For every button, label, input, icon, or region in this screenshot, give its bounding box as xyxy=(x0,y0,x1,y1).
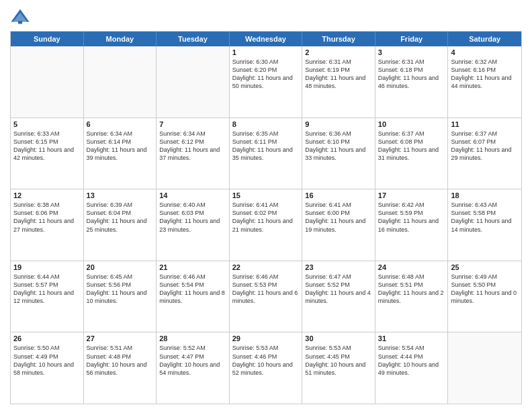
cell-info: Sunrise: 6:43 AM Sunset: 5:58 PM Dayligh… xyxy=(451,201,519,234)
header-day-sunday: Sunday xyxy=(11,32,84,46)
calendar-cell: 20Sunrise: 6:45 AM Sunset: 5:56 PM Dayli… xyxy=(84,261,157,332)
cell-info: Sunrise: 6:38 AM Sunset: 6:06 PM Dayligh… xyxy=(13,201,81,234)
cell-info: Sunrise: 6:47 AM Sunset: 5:52 PM Dayligh… xyxy=(305,273,372,306)
calendar-cell: 16Sunrise: 6:41 AM Sunset: 6:00 PM Dayli… xyxy=(302,189,375,261)
calendar-week-1: 1Sunrise: 6:30 AM Sunset: 6:20 PM Daylig… xyxy=(11,46,521,118)
cell-info: Sunrise: 6:36 AM Sunset: 6:10 PM Dayligh… xyxy=(305,130,372,163)
day-number: 23 xyxy=(305,263,372,271)
calendar-cell: 25Sunrise: 6:49 AM Sunset: 5:50 PM Dayli… xyxy=(448,261,521,332)
calendar-cell: 11Sunrise: 6:37 AM Sunset: 6:07 PM Dayli… xyxy=(448,118,521,189)
calendar-cell xyxy=(448,332,521,404)
calendar-cell xyxy=(84,46,157,118)
day-number: 31 xyxy=(378,334,445,342)
cell-info: Sunrise: 5:50 AM Sunset: 4:49 PM Dayligh… xyxy=(13,344,81,377)
cell-info: Sunrise: 6:44 AM Sunset: 5:57 PM Dayligh… xyxy=(13,273,81,306)
calendar-cell: 3Sunrise: 6:31 AM Sunset: 6:18 PM Daylig… xyxy=(375,46,449,118)
cell-info: Sunrise: 6:39 AM Sunset: 6:04 PM Dayligh… xyxy=(87,201,154,234)
calendar-cell: 30Sunrise: 5:53 AM Sunset: 4:45 PM Dayli… xyxy=(302,332,375,404)
cell-info: Sunrise: 6:34 AM Sunset: 6:12 PM Dayligh… xyxy=(159,130,226,163)
cell-info: Sunrise: 5:54 AM Sunset: 4:44 PM Dayligh… xyxy=(378,344,445,377)
calendar-week-4: 19Sunrise: 6:44 AM Sunset: 5:57 PM Dayli… xyxy=(11,261,521,333)
cell-info: Sunrise: 5:53 AM Sunset: 4:45 PM Dayligh… xyxy=(305,344,372,377)
day-number: 10 xyxy=(378,120,445,128)
day-number: 5 xyxy=(13,120,81,128)
cell-info: Sunrise: 6:37 AM Sunset: 6:07 PM Dayligh… xyxy=(451,130,519,163)
day-number: 27 xyxy=(87,334,154,342)
cell-info: Sunrise: 6:45 AM Sunset: 5:56 PM Dayligh… xyxy=(87,273,154,306)
day-number: 29 xyxy=(232,334,300,342)
calendar-cell xyxy=(157,46,230,118)
cell-info: Sunrise: 5:52 AM Sunset: 4:47 PM Dayligh… xyxy=(159,344,226,377)
cell-info: Sunrise: 6:30 AM Sunset: 6:20 PM Dayligh… xyxy=(232,58,300,91)
header-day-monday: Monday xyxy=(84,32,157,46)
header-day-wednesday: Wednesday xyxy=(230,32,303,46)
page: SundayMondayTuesdayWednesdayThursdayFrid… xyxy=(0,0,532,411)
calendar-cell: 5Sunrise: 6:33 AM Sunset: 6:15 PM Daylig… xyxy=(11,118,84,189)
calendar-cell: 12Sunrise: 6:38 AM Sunset: 6:06 PM Dayli… xyxy=(11,189,84,261)
calendar-cell: 14Sunrise: 6:40 AM Sunset: 6:03 PM Dayli… xyxy=(157,189,230,261)
day-number: 21 xyxy=(159,263,226,271)
calendar-cell: 9Sunrise: 6:36 AM Sunset: 6:10 PM Daylig… xyxy=(302,118,375,189)
day-number: 24 xyxy=(378,263,445,271)
day-number: 26 xyxy=(13,334,81,342)
calendar-cell: 17Sunrise: 6:42 AM Sunset: 5:59 PM Dayli… xyxy=(375,189,449,261)
calendar-cell: 27Sunrise: 5:51 AM Sunset: 4:48 PM Dayli… xyxy=(84,332,157,404)
calendar-cell: 6Sunrise: 6:34 AM Sunset: 6:14 PM Daylig… xyxy=(84,118,157,189)
day-number: 18 xyxy=(451,191,519,199)
day-number: 8 xyxy=(232,120,300,128)
cell-info: Sunrise: 6:46 AM Sunset: 5:54 PM Dayligh… xyxy=(159,273,226,306)
calendar-header: SundayMondayTuesdayWednesdayThursdayFrid… xyxy=(11,32,521,46)
day-number: 20 xyxy=(87,263,154,271)
day-number: 12 xyxy=(13,191,81,199)
calendar-cell: 7Sunrise: 6:34 AM Sunset: 6:12 PM Daylig… xyxy=(157,118,230,189)
calendar-cell: 13Sunrise: 6:39 AM Sunset: 6:04 PM Dayli… xyxy=(84,189,157,261)
cell-info: Sunrise: 6:37 AM Sunset: 6:08 PM Dayligh… xyxy=(378,130,445,163)
calendar-cell: 21Sunrise: 6:46 AM Sunset: 5:54 PM Dayli… xyxy=(157,261,230,332)
cell-info: Sunrise: 6:34 AM Sunset: 6:14 PM Dayligh… xyxy=(87,130,154,163)
day-number: 4 xyxy=(451,48,519,56)
day-number: 15 xyxy=(232,191,300,199)
logo xyxy=(10,7,32,27)
cell-info: Sunrise: 6:35 AM Sunset: 6:11 PM Dayligh… xyxy=(232,130,300,163)
calendar-cell: 23Sunrise: 6:47 AM Sunset: 5:52 PM Dayli… xyxy=(302,261,375,332)
day-number: 2 xyxy=(305,48,372,56)
header xyxy=(10,7,522,27)
calendar-cell: 15Sunrise: 6:41 AM Sunset: 6:02 PM Dayli… xyxy=(230,189,303,261)
calendar-week-3: 12Sunrise: 6:38 AM Sunset: 6:06 PM Dayli… xyxy=(11,189,521,261)
cell-info: Sunrise: 6:33 AM Sunset: 6:15 PM Dayligh… xyxy=(13,130,81,163)
cell-info: Sunrise: 6:41 AM Sunset: 6:02 PM Dayligh… xyxy=(232,201,300,234)
cell-info: Sunrise: 6:42 AM Sunset: 5:59 PM Dayligh… xyxy=(378,201,445,234)
calendar-cell: 4Sunrise: 6:32 AM Sunset: 6:16 PM Daylig… xyxy=(448,46,521,118)
day-number: 9 xyxy=(305,120,372,128)
calendar-body: 1Sunrise: 6:30 AM Sunset: 6:20 PM Daylig… xyxy=(11,46,521,404)
calendar-week-2: 5Sunrise: 6:33 AM Sunset: 6:15 PM Daylig… xyxy=(11,118,521,190)
cell-info: Sunrise: 6:32 AM Sunset: 6:16 PM Dayligh… xyxy=(451,58,519,91)
day-number: 6 xyxy=(87,120,154,128)
day-number: 14 xyxy=(159,191,226,199)
day-number: 1 xyxy=(232,48,300,56)
cell-info: Sunrise: 6:40 AM Sunset: 6:03 PM Dayligh… xyxy=(159,201,226,234)
day-number: 30 xyxy=(305,334,372,342)
day-number: 7 xyxy=(159,120,226,128)
logo-icon xyxy=(10,7,30,27)
calendar-cell: 2Sunrise: 6:31 AM Sunset: 6:19 PM Daylig… xyxy=(302,46,375,118)
calendar: SundayMondayTuesdayWednesdayThursdayFrid… xyxy=(10,31,522,404)
day-number: 19 xyxy=(13,263,81,271)
calendar-cell: 19Sunrise: 6:44 AM Sunset: 5:57 PM Dayli… xyxy=(11,261,84,332)
svg-rect-2 xyxy=(18,21,22,24)
day-number: 16 xyxy=(305,191,372,199)
calendar-cell: 26Sunrise: 5:50 AM Sunset: 4:49 PM Dayli… xyxy=(11,332,84,404)
calendar-cell: 1Sunrise: 6:30 AM Sunset: 6:20 PM Daylig… xyxy=(230,46,303,118)
calendar-cell: 31Sunrise: 5:54 AM Sunset: 4:44 PM Dayli… xyxy=(375,332,449,404)
calendar-cell: 29Sunrise: 5:53 AM Sunset: 4:46 PM Dayli… xyxy=(230,332,303,404)
calendar-cell xyxy=(11,46,84,118)
day-number: 3 xyxy=(378,48,445,56)
cell-info: Sunrise: 6:46 AM Sunset: 5:53 PM Dayligh… xyxy=(232,273,300,306)
day-number: 11 xyxy=(451,120,519,128)
calendar-cell: 22Sunrise: 6:46 AM Sunset: 5:53 PM Dayli… xyxy=(230,261,303,332)
day-number: 22 xyxy=(232,263,300,271)
calendar-cell: 18Sunrise: 6:43 AM Sunset: 5:58 PM Dayli… xyxy=(448,189,521,261)
cell-info: Sunrise: 6:31 AM Sunset: 6:19 PM Dayligh… xyxy=(305,58,372,91)
cell-info: Sunrise: 6:31 AM Sunset: 6:18 PM Dayligh… xyxy=(378,58,445,91)
header-day-saturday: Saturday xyxy=(448,32,521,46)
